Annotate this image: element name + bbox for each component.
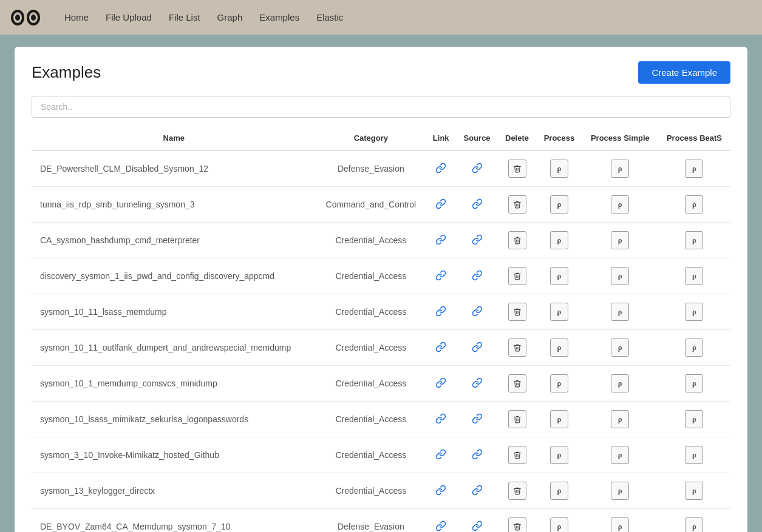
- cell-link-7[interactable]: [426, 402, 456, 437]
- delete-button-5[interactable]: [508, 338, 526, 357]
- process-simple-button-9[interactable]: ρ: [611, 482, 629, 500]
- cell-process-simple-7[interactable]: ρ: [582, 402, 658, 437]
- cell-process-beats-8[interactable]: ρ: [658, 437, 730, 473]
- cell-delete-10[interactable]: [498, 509, 536, 533]
- cell-delete-1[interactable]: [498, 187, 536, 223]
- cell-delete-3[interactable]: [498, 258, 536, 294]
- delete-button-3[interactable]: [508, 267, 526, 285]
- search-input[interactable]: [32, 96, 730, 118]
- cell-process-beats-6[interactable]: ρ: [658, 366, 730, 402]
- cell-process-beats-4[interactable]: ρ: [658, 294, 730, 330]
- process-button-8[interactable]: ρ: [550, 446, 568, 464]
- cell-delete-8[interactable]: [498, 437, 536, 473]
- cell-process-5[interactable]: ρ: [536, 330, 582, 366]
- cell-process-7[interactable]: ρ: [536, 402, 582, 437]
- cell-process-0[interactable]: ρ: [536, 150, 582, 187]
- process-button-10[interactable]: ρ: [550, 517, 568, 532]
- link-icon-4[interactable]: [435, 306, 446, 317]
- process-simple-button-0[interactable]: ρ: [611, 160, 629, 178]
- delete-button-8[interactable]: [508, 446, 526, 464]
- process-beats-button-3[interactable]: ρ: [685, 267, 703, 285]
- process-simple-button-4[interactable]: ρ: [611, 303, 629, 321]
- link-icon-10[interactable]: [435, 520, 446, 531]
- cell-process-simple-6[interactable]: ρ: [582, 366, 658, 402]
- nav-home[interactable]: Home: [64, 12, 89, 22]
- process-button-0[interactable]: ρ: [550, 160, 568, 178]
- cell-process-simple-0[interactable]: ρ: [582, 150, 658, 187]
- cell-link-9[interactable]: [426, 473, 456, 509]
- cell-process-10[interactable]: ρ: [536, 509, 582, 533]
- cell-link-6[interactable]: [426, 366, 456, 402]
- nav-file-upload[interactable]: File Upload: [106, 12, 152, 22]
- cell-process-beats-1[interactable]: ρ: [658, 187, 730, 223]
- source-icon-7[interactable]: [472, 413, 483, 424]
- cell-link-10[interactable]: [426, 509, 456, 533]
- cell-process-simple-5[interactable]: ρ: [582, 330, 658, 366]
- cell-source-3[interactable]: [456, 258, 498, 294]
- link-icon-7[interactable]: [435, 413, 446, 424]
- delete-button-10[interactable]: [508, 517, 526, 532]
- cell-delete-9[interactable]: [498, 473, 536, 509]
- nav-graph[interactable]: Graph: [217, 12, 243, 22]
- cell-process-simple-1[interactable]: ρ: [582, 187, 658, 223]
- delete-button-6[interactable]: [508, 374, 526, 392]
- cell-process-simple-3[interactable]: ρ: [582, 258, 658, 294]
- process-button-3[interactable]: ρ: [550, 267, 568, 285]
- cell-process-beats-3[interactable]: ρ: [658, 258, 730, 294]
- nav-file-list[interactable]: File List: [169, 12, 200, 22]
- cell-process-beats-0[interactable]: ρ: [658, 150, 730, 187]
- source-icon-4[interactable]: [472, 306, 483, 317]
- link-icon-9[interactable]: [435, 485, 446, 496]
- delete-button-4[interactable]: [508, 303, 526, 321]
- source-icon-8[interactable]: [472, 449, 483, 460]
- link-icon-5[interactable]: [435, 342, 446, 352]
- cell-link-2[interactable]: [426, 223, 456, 258]
- cell-process-simple-4[interactable]: ρ: [582, 294, 658, 330]
- cell-process-simple-2[interactable]: ρ: [582, 223, 658, 258]
- link-icon-8[interactable]: [435, 449, 446, 460]
- process-simple-button-1[interactable]: ρ: [611, 195, 629, 214]
- cell-process-8[interactable]: ρ: [536, 437, 582, 473]
- cell-source-4[interactable]: [456, 294, 498, 330]
- cell-process-beats-9[interactable]: ρ: [658, 473, 730, 509]
- cell-link-4[interactable]: [426, 294, 456, 330]
- cell-delete-4[interactable]: [498, 294, 536, 330]
- cell-process-6[interactable]: ρ: [536, 366, 582, 402]
- delete-button-7[interactable]: [508, 410, 526, 428]
- link-icon-2[interactable]: [435, 234, 446, 245]
- process-beats-button-4[interactable]: ρ: [685, 303, 703, 321]
- source-icon-6[interactable]: [472, 377, 483, 388]
- link-icon-3[interactable]: [435, 270, 446, 281]
- process-simple-button-3[interactable]: ρ: [611, 267, 629, 285]
- cell-source-9[interactable]: [456, 473, 498, 509]
- link-icon-6[interactable]: [435, 377, 446, 388]
- process-beats-button-1[interactable]: ρ: [685, 195, 703, 214]
- source-icon-9[interactable]: [472, 485, 483, 496]
- cell-delete-7[interactable]: [498, 402, 536, 437]
- process-button-5[interactable]: ρ: [550, 338, 568, 357]
- cell-delete-6[interactable]: [498, 366, 536, 402]
- process-beats-button-9[interactable]: ρ: [685, 482, 703, 500]
- delete-button-0[interactable]: [508, 160, 526, 178]
- process-simple-button-5[interactable]: ρ: [611, 338, 629, 357]
- cell-source-1[interactable]: [456, 187, 498, 223]
- cell-source-7[interactable]: [456, 402, 498, 437]
- process-beats-button-5[interactable]: ρ: [685, 338, 703, 357]
- cell-process-beats-5[interactable]: ρ: [658, 330, 730, 366]
- process-beats-button-2[interactable]: ρ: [685, 231, 703, 249]
- cell-delete-0[interactable]: [498, 150, 536, 187]
- cell-process-1[interactable]: ρ: [536, 187, 582, 223]
- cell-process-2[interactable]: ρ: [536, 223, 582, 258]
- cell-process-beats-7[interactable]: ρ: [658, 402, 730, 437]
- cell-process-beats-10[interactable]: ρ: [658, 509, 730, 533]
- process-simple-button-7[interactable]: ρ: [611, 410, 629, 428]
- process-simple-button-8[interactable]: ρ: [611, 446, 629, 464]
- process-button-9[interactable]: ρ: [550, 482, 568, 500]
- cell-process-simple-10[interactable]: ρ: [582, 509, 658, 533]
- delete-button-2[interactable]: [508, 231, 526, 249]
- cell-process-4[interactable]: ρ: [536, 294, 582, 330]
- process-beats-button-0[interactable]: ρ: [685, 160, 703, 178]
- process-simple-button-10[interactable]: ρ: [611, 517, 629, 532]
- source-icon-3[interactable]: [472, 270, 483, 281]
- cell-link-0[interactable]: [426, 150, 456, 187]
